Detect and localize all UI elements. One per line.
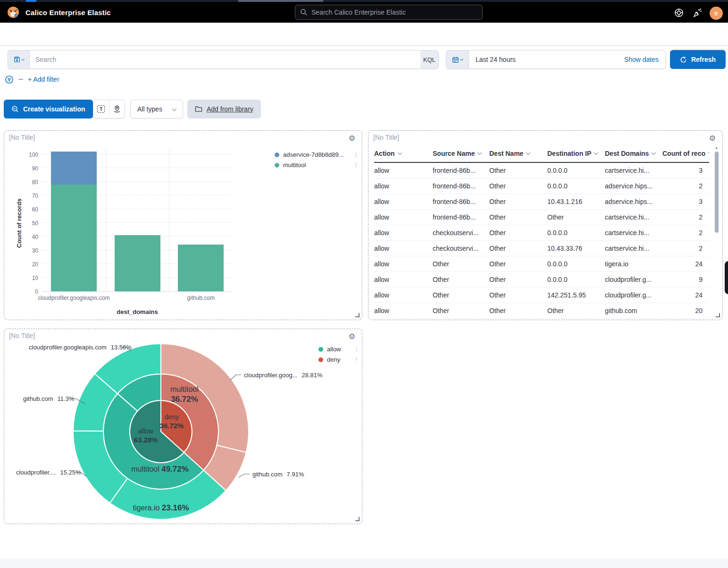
scroll-up-icon[interactable]: ▲ xyxy=(715,146,718,149)
bar-segment[interactable] xyxy=(178,245,224,291)
y-axis-title: Count of records xyxy=(16,155,23,292)
panel-resize-handle[interactable] xyxy=(716,313,720,317)
table-header-cell[interactable]: Dest Name xyxy=(489,145,547,162)
table-cell: frontend-86b... xyxy=(433,194,489,209)
grid-vline xyxy=(169,149,169,292)
table-cell: Other xyxy=(433,303,489,318)
table-cell: 24 xyxy=(662,256,709,271)
bar-segment[interactable] xyxy=(115,235,160,291)
table-cell: Other xyxy=(489,194,547,209)
table-body: allowfrontend-86b...Other0.0.0.0cartserv… xyxy=(374,163,709,319)
create-visualization-button[interactable]: Create visualization xyxy=(4,100,93,119)
show-dates-link[interactable]: Show dates xyxy=(624,51,665,68)
legend-item[interactable]: deny xyxy=(318,356,359,364)
kebab-menu-icon[interactable] xyxy=(353,152,359,158)
add-from-library-button[interactable]: Add from library xyxy=(187,100,261,119)
kql-language-button[interactable]: KQL xyxy=(420,51,438,68)
table-header-cell[interactable]: Dest Domains xyxy=(605,145,662,162)
table-cell: Other xyxy=(489,288,547,303)
y-tick-label: 90 xyxy=(26,165,38,172)
sunburst-legend: allowdeny xyxy=(318,345,359,364)
table-row: allowOtherOtherOthergithub.com20 xyxy=(374,303,709,319)
kebab-menu-icon[interactable] xyxy=(353,162,359,168)
add-text-button[interactable] xyxy=(93,100,109,118)
quick-insert-group xyxy=(93,100,125,119)
table-cell: cartservice.hi... xyxy=(605,241,662,256)
legend-item[interactable]: allow xyxy=(318,345,359,353)
legend-dot xyxy=(318,347,323,352)
chevron-down-icon xyxy=(594,150,599,155)
saved-query-menu-button[interactable] xyxy=(8,51,30,68)
bar-segment[interactable] xyxy=(51,152,97,185)
panel-resize-handle[interactable] xyxy=(355,313,360,317)
time-range-value[interactable]: Last 24 hours xyxy=(469,51,624,68)
table-cell: 10.43.33.76 xyxy=(547,241,605,256)
table-cell: allow xyxy=(374,272,433,287)
table-cell: 2 xyxy=(662,210,709,225)
lens-icon xyxy=(11,105,19,113)
table-row: allowfrontend-86b...Other0.0.0.0adservic… xyxy=(374,178,709,194)
map-pin-icon xyxy=(113,105,121,113)
bar-segment[interactable] xyxy=(51,185,97,291)
help-lifebuoy-icon[interactable] xyxy=(674,8,684,18)
table-cell: Other xyxy=(547,210,605,225)
panel-resize-handle[interactable] xyxy=(355,517,360,521)
table-cell: 3 xyxy=(662,194,709,209)
table-cell: Other xyxy=(489,210,547,225)
table-header-row: ActionSource NameDest NameDestination IP… xyxy=(374,145,709,163)
app: Calico Enterprise Elastic e D xyxy=(0,0,728,568)
add-map-button[interactable] xyxy=(109,100,125,118)
table-cell: allow xyxy=(374,288,433,303)
data-table: ActionSource NameDest NameDestination IP… xyxy=(374,145,709,319)
table-cell: frontend-86b... xyxy=(433,178,489,194)
all-types-dropdown[interactable]: All types xyxy=(130,100,183,119)
saved-query-floppy-icon xyxy=(14,56,20,63)
table-row: allowfrontend-86b...Other10.43.1.216adse… xyxy=(374,194,709,210)
panel-gear-icon[interactable] xyxy=(347,133,357,143)
table-cell: allow xyxy=(374,163,433,178)
calico-logo-icon[interactable] xyxy=(7,6,20,19)
refresh-button[interactable]: Refresh xyxy=(670,50,726,69)
legend-item[interactable]: adservice-7d8b8d89... xyxy=(275,151,359,159)
table-cell: Other xyxy=(489,272,547,287)
table-cell: 0.0.0.0 xyxy=(547,225,605,240)
table-header-cell[interactable]: Count of reco xyxy=(662,145,709,162)
bar-stack xyxy=(178,245,224,291)
table-cell: 142.251.5.95 xyxy=(547,288,605,303)
table-cell: frontend-86b... xyxy=(433,163,489,178)
table-cell: Other xyxy=(489,178,547,194)
kebab-menu-icon[interactable] xyxy=(353,356,359,363)
kql-search-input[interactable] xyxy=(30,51,420,68)
table-cell: Other xyxy=(489,163,547,178)
table-cell: frontend-86b... xyxy=(433,210,489,225)
table-header-cell[interactable]: Destination IP xyxy=(547,145,605,162)
calendar-menu-button[interactable] xyxy=(446,51,469,68)
edge-scroll-handle[interactable] xyxy=(725,261,728,294)
table-scrollbar: ▲ xyxy=(714,146,720,318)
panel-gear-icon[interactable] xyxy=(707,133,718,143)
table-cell: 0.0.0.0 xyxy=(547,272,605,287)
table-header-cell[interactable]: Action xyxy=(374,145,433,162)
y-tick-label: 80 xyxy=(26,179,38,186)
user-avatar[interactable]: e xyxy=(710,7,723,20)
filter-dash xyxy=(18,79,23,80)
table-header-cell[interactable]: Source Name xyxy=(433,145,489,162)
nav-bar: D Dashboard Editing Egress Access Dashbo… xyxy=(0,23,728,46)
x-tick-label: cloudprofiler.googleapis.com xyxy=(26,295,121,301)
kebab-menu-icon[interactable] xyxy=(353,346,359,352)
table-panel: [No Title] ActionSource NameDest NameDes… xyxy=(368,130,723,320)
global-search[interactable] xyxy=(295,5,483,20)
news-party-icon[interactable] xyxy=(692,8,703,18)
add-filter-link[interactable]: + Add filter xyxy=(28,76,59,83)
table-cell: allow xyxy=(374,210,433,225)
table-cell: checkoutservi... xyxy=(433,225,489,240)
scrollbar-thumb[interactable] xyxy=(715,152,719,233)
table-cell: Other xyxy=(489,303,547,318)
panel-title: [No Title] xyxy=(9,134,35,141)
legend-item[interactable]: multitool xyxy=(275,161,359,169)
legend-dot xyxy=(318,357,323,362)
filter-icon[interactable] xyxy=(5,75,14,84)
table-cell: 9 xyxy=(662,272,709,287)
y-tick-label: 100 xyxy=(26,152,38,158)
global-search-input[interactable] xyxy=(311,8,477,16)
